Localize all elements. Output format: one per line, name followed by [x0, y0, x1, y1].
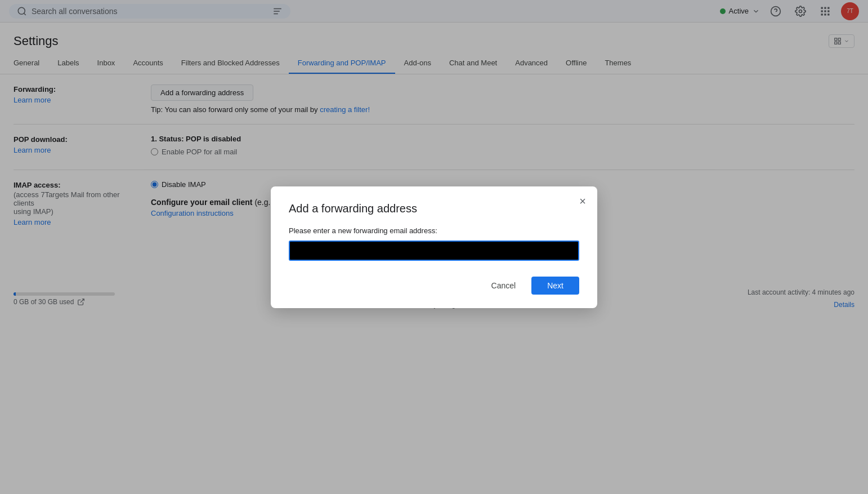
modal-email-input-filled[interactable] — [289, 241, 579, 261]
modal-title: Add a forwarding address — [289, 202, 579, 215]
modal-label: Please enter a new forwarding email addr… — [289, 226, 579, 235]
modal-cancel-button[interactable]: Cancel — [480, 277, 527, 295]
modal-input-wrapper — [289, 241, 579, 261]
modal-next-button[interactable]: Next — [531, 277, 579, 295]
modal-close-button[interactable]: × — [579, 195, 586, 207]
modal-actions: Cancel Next — [289, 277, 579, 295]
modal-overlay: × Add a forwarding address Please enter … — [0, 0, 868, 494]
add-forwarding-modal: × Add a forwarding address Please enter … — [271, 186, 597, 308]
